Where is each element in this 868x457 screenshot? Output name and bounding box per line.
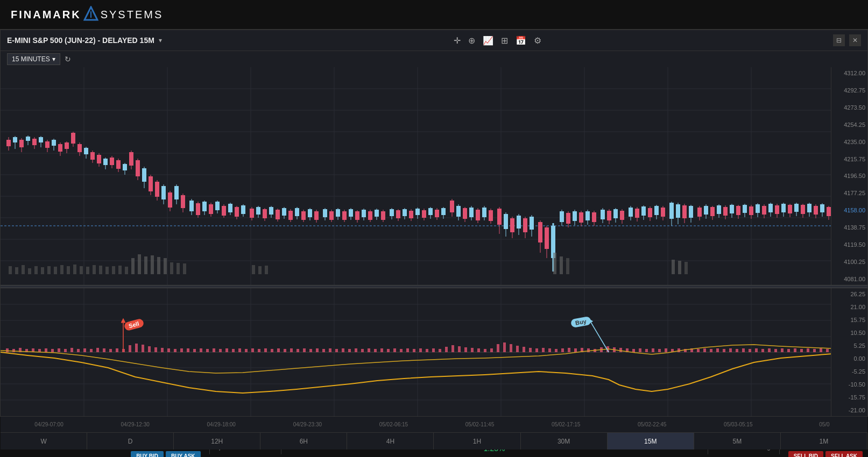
svg-rect-36 [52,140,56,146]
svg-rect-359 [245,349,248,352]
time-label-3: 04/29-18:00 [178,422,264,427]
svg-rect-395 [477,348,480,352]
svg-rect-446 [807,348,809,352]
price-label-3: 4273.50 [834,104,865,111]
tf-button-30M[interactable]: 30M [521,433,608,449]
svg-rect-224 [682,205,687,218]
svg-rect-66 [149,176,153,191]
svg-rect-170 [497,209,502,225]
svg-rect-154 [441,208,446,215]
osc-label-9: -15.75 [834,394,865,401]
tf-button-15M[interactable]: 15M [608,433,694,449]
dropdown-arrow[interactable]: ▾ [159,37,162,44]
svg-rect-206 [620,211,624,220]
settings-icon[interactable]: ⚙ [534,35,541,46]
tf-button-5M[interactable]: 5M [694,433,781,449]
crosshair-icon[interactable]: ✛ [454,35,461,46]
svg-rect-196 [585,211,590,220]
svg-rect-148 [422,210,426,218]
svg-rect-363 [271,349,273,352]
svg-rect-408 [561,348,564,352]
svg-rect-120 [329,211,334,220]
svg-rect-429 [697,349,700,352]
buy-ask-button[interactable]: BUY ASK [166,451,200,458]
svg-rect-56 [116,160,121,169]
svg-rect-371 [322,349,325,352]
buy-bid-button[interactable]: BUY BID [131,451,164,458]
svg-rect-356 [225,348,228,352]
logo-brand: FINAMARK [11,9,81,21]
svg-rect-150 [428,208,433,215]
svg-rect-357 [232,349,235,352]
svg-rect-378 [368,348,370,352]
svg-rect-387 [426,349,428,352]
svg-rect-266 [820,204,824,212]
main-chart-area[interactable]: 4312.00 4292.75 4273.50 4254.25 4235.00 … [1,67,867,285]
time-axis: 04/29-07:00 04/29-12:30 04/29-18:00 04/2… [1,416,867,432]
svg-rect-355 [219,349,222,352]
svg-rect-78 [189,201,194,211]
osc-label-7: -5.25 [834,368,865,375]
timeframe-selector[interactable]: 15 MINUTES ▾ [7,53,60,65]
svg-rect-390 [445,347,448,352]
timeframe-arrow: ▾ [52,55,55,63]
time-label-1: 04/29-07:00 [6,422,92,427]
svg-rect-216 [654,206,659,215]
svg-rect-370 [316,348,319,352]
logo-bar: FINAMARK SYSTEMS [0,0,868,30]
tf-button-D[interactable]: D [87,433,174,449]
svg-rect-285 [112,266,115,274]
pointer-icon[interactable]: ⊕ [468,35,475,46]
svg-rect-256 [788,205,792,213]
osc-label-3: 15.75 [834,317,865,323]
tf-button-W[interactable]: W [1,433,87,449]
tf-button-1H[interactable]: 1H [434,433,520,449]
svg-rect-438 [755,348,758,352]
sell-bid-button[interactable]: SELL BID [788,451,823,458]
svg-rect-22 [6,140,11,146]
svg-rect-332 [70,348,73,352]
svg-rect-397 [490,348,493,352]
svg-rect-289 [138,254,141,274]
svg-rect-443 [787,349,790,352]
tf-button-1M[interactable]: 1M [781,433,867,449]
tf-button-4H[interactable]: 4H [347,433,434,449]
svg-rect-110 [295,208,299,216]
svg-rect-360 [251,348,254,352]
layers-icon[interactable]: ⊞ [501,35,508,46]
close-button[interactable]: ✕ [849,34,861,46]
svg-rect-152 [435,210,439,217]
tf-button-6H[interactable]: 6H [260,433,347,449]
svg-rect-423 [658,349,661,352]
line-chart-icon[interactable]: 📈 [483,35,493,46]
svg-rect-449 [826,349,829,352]
svg-rect-343 [142,345,144,352]
svg-rect-406 [548,348,551,352]
tf-button-12H[interactable]: 12H [174,433,260,449]
svg-rect-367 [297,349,299,352]
svg-rect-84 [209,204,213,214]
svg-rect-430 [703,348,706,352]
svg-rect-434 [729,348,732,352]
svg-rect-421 [645,349,648,352]
minimize-button[interactable]: ⊟ [833,34,845,46]
svg-rect-44 [77,144,82,152]
svg-rect-386 [419,348,422,352]
sell-ask-button[interactable]: SELL ASK [825,451,863,458]
svg-rect-172 [504,214,508,229]
svg-rect-274 [41,267,44,274]
svg-rect-264 [814,206,818,215]
svg-rect-374 [342,348,344,352]
svg-rect-82 [202,202,207,211]
svg-rect-426 [678,348,680,352]
svg-rect-420 [639,348,641,352]
svg-rect-166 [482,208,486,217]
svg-rect-345 [154,347,157,352]
refresh-button[interactable]: ↻ [65,55,71,63]
svg-rect-118 [323,209,327,217]
calendar-icon[interactable]: 📅 [516,35,526,46]
svg-rect-130 [362,210,366,217]
svg-rect-114 [308,209,312,217]
svg-rect-212 [641,206,646,216]
oscillator-area[interactable]: Sell Buy 26.25 21.00 15.75 10.50 5.25 0.… [1,288,867,416]
